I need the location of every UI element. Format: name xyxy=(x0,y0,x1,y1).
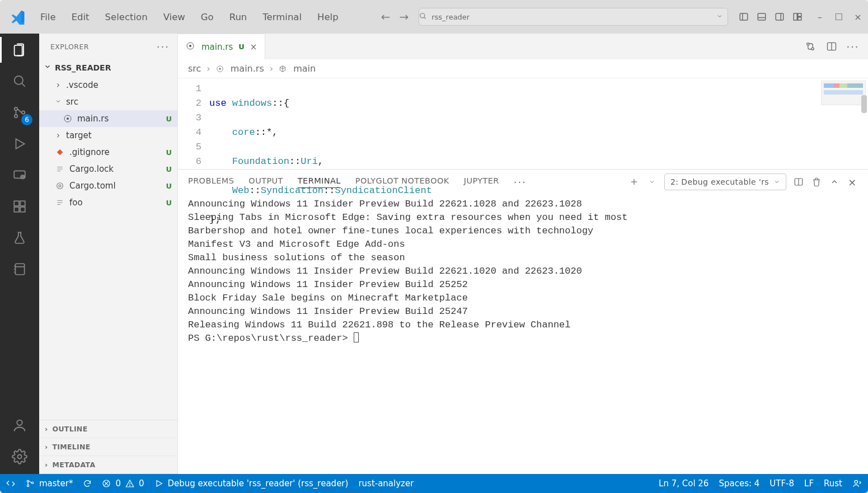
customize-layout-icon[interactable] xyxy=(792,11,803,22)
svg-line-12 xyxy=(22,83,25,86)
terminal-line: Releasing Windows 11 Build 22621.898 to … xyxy=(188,318,858,332)
terminal-dropdown-icon[interactable] xyxy=(646,176,658,187)
section-timeline[interactable]: ›TIMELINE xyxy=(39,438,177,456)
tree-file-cargo-toml[interactable]: Cargo.toml U xyxy=(39,177,177,194)
activity-extensions-icon[interactable] xyxy=(10,197,29,216)
sidebar-more-icon[interactable]: ··· xyxy=(157,41,170,53)
activity-run-debug-icon[interactable] xyxy=(10,134,29,153)
encoding-status[interactable]: UTF-8 xyxy=(770,478,794,489)
svg-point-31 xyxy=(18,455,22,459)
git-sync[interactable] xyxy=(83,479,92,488)
svg-point-14 xyxy=(15,115,17,118)
svg-rect-4 xyxy=(758,13,766,20)
panel-overflow-icon[interactable]: ··· xyxy=(514,176,527,188)
svg-point-11 xyxy=(15,76,23,84)
tree-file-foo[interactable]: foo U xyxy=(39,194,177,211)
svg-rect-10 xyxy=(798,17,801,20)
debug-target[interactable]: Debug executable 'rss_reader' (rss_reade… xyxy=(154,478,349,489)
cursor-position[interactable]: Ln 7, Col 26 xyxy=(659,478,709,489)
indent-status[interactable]: Spaces: 4 xyxy=(719,478,759,489)
menu-go[interactable]: Go xyxy=(194,7,220,27)
close-panel-icon[interactable]: × xyxy=(847,176,858,187)
svg-rect-23 xyxy=(20,207,25,212)
new-terminal-icon[interactable] xyxy=(628,176,640,187)
tree-folder-vscode[interactable]: › .vscode xyxy=(39,77,177,93)
chevron-right-icon: › xyxy=(45,461,48,469)
chevron-down-icon[interactable] xyxy=(716,13,728,21)
svg-point-55 xyxy=(27,485,29,486)
workspace-root[interactable]: RSS_READER xyxy=(39,59,177,76)
tree-file-cargo-lock[interactable]: Cargo.lock U xyxy=(39,161,177,177)
tree-folder-src[interactable]: src xyxy=(39,93,177,110)
git-branch[interactable]: master* xyxy=(26,478,73,489)
activity-notebook-icon[interactable] xyxy=(10,260,29,279)
svg-point-30 xyxy=(17,420,22,425)
chevron-down-icon xyxy=(55,97,62,107)
remote-indicator[interactable] xyxy=(6,478,16,489)
git-status: U xyxy=(164,182,172,190)
activity-scm-icon[interactable]: 6 xyxy=(10,103,29,122)
tree-file-main-rs[interactable]: main.rs U xyxy=(39,110,177,127)
tree-folder-target[interactable]: › target xyxy=(39,127,177,144)
svg-point-56 xyxy=(31,482,33,483)
terminal-prompt: PS G:\repos\rust\rss_reader> xyxy=(188,333,354,344)
tree-file-gitignore[interactable]: .gitignore U xyxy=(39,144,177,161)
git-status: U xyxy=(164,199,172,207)
section-outline[interactable]: ›OUTLINE xyxy=(39,420,177,438)
menu-edit[interactable]: Edit xyxy=(65,7,96,27)
activity-settings-icon[interactable] xyxy=(10,447,29,466)
nav-forward-icon[interactable]: → xyxy=(399,10,409,24)
menu-run[interactable]: Run xyxy=(223,7,254,27)
toggle-panel-icon[interactable] xyxy=(756,11,767,22)
split-terminal-icon[interactable] xyxy=(793,176,804,187)
code-content[interactable]: use windows::{ core::*, Foundation::Uri,… xyxy=(209,78,432,169)
activity-search-icon[interactable] xyxy=(10,72,29,91)
breadcrumbs[interactable]: src › main.rs › main xyxy=(178,59,868,78)
svg-point-54 xyxy=(27,480,29,482)
menu-terminal[interactable]: Terminal xyxy=(256,7,308,27)
nav-back-icon[interactable]: ← xyxy=(381,10,391,24)
toggle-secondary-sidebar-icon[interactable] xyxy=(774,11,785,22)
git-status: U xyxy=(164,165,172,173)
menu-view[interactable]: View xyxy=(157,7,192,27)
window-minimize-icon[interactable]: – xyxy=(814,12,825,22)
menu-file[interactable]: File xyxy=(34,7,63,27)
editor-scrollbar[interactable] xyxy=(859,78,868,169)
tab-close-icon[interactable]: × xyxy=(250,42,257,52)
svg-marker-16 xyxy=(16,139,25,148)
command-center[interactable]: rss_reader xyxy=(419,8,728,26)
editor-more-icon[interactable]: ··· xyxy=(847,40,859,53)
split-editor-icon[interactable] xyxy=(825,40,838,53)
section-metadata[interactable]: ›METADATA xyxy=(39,456,177,474)
breadcrumb-segment[interactable]: main.rs xyxy=(231,63,264,74)
activity-explorer-icon[interactable] xyxy=(10,40,29,59)
menu-selection[interactable]: Selection xyxy=(98,7,154,27)
svg-point-43 xyxy=(189,45,191,47)
gitignore-file-icon xyxy=(55,148,65,157)
compare-changes-icon[interactable] xyxy=(804,40,817,53)
menu-help[interactable]: Help xyxy=(311,7,345,27)
svg-point-49 xyxy=(219,68,221,70)
svg-point-45 xyxy=(811,48,814,50)
breadcrumb-segment[interactable]: src xyxy=(188,63,201,74)
code-editor[interactable]: 123456 use windows::{ core::*, Foundatio… xyxy=(178,78,868,169)
activity-testing-icon[interactable] xyxy=(10,228,29,247)
lsp-status[interactable]: rust-analyzer xyxy=(358,478,414,489)
terminal-launch-select[interactable]: 2: Debug executable 'rs xyxy=(664,173,786,190)
svg-point-38 xyxy=(57,183,63,189)
window-close-icon[interactable]: × xyxy=(852,12,864,22)
toggle-primary-sidebar-icon[interactable] xyxy=(738,11,749,22)
language-mode[interactable]: Rust xyxy=(824,478,842,489)
breadcrumb-segment[interactable]: main xyxy=(293,63,316,74)
activity-account-icon[interactable] xyxy=(10,416,29,435)
tab-main-rs[interactable]: main.rs U × xyxy=(178,34,265,59)
maximize-panel-icon[interactable] xyxy=(829,176,840,187)
eol-status[interactable]: LF xyxy=(804,478,814,489)
feedback-icon[interactable] xyxy=(852,478,862,489)
problems-status[interactable]: 0 0 xyxy=(102,478,144,489)
panel-tab-jupyter[interactable]: JUPYTER xyxy=(464,176,499,187)
kill-terminal-icon[interactable] xyxy=(811,176,822,187)
window-maximize-icon[interactable]: ☐ xyxy=(833,12,844,22)
chevron-right-icon: › xyxy=(45,425,48,433)
activity-remote-icon[interactable] xyxy=(10,166,29,185)
